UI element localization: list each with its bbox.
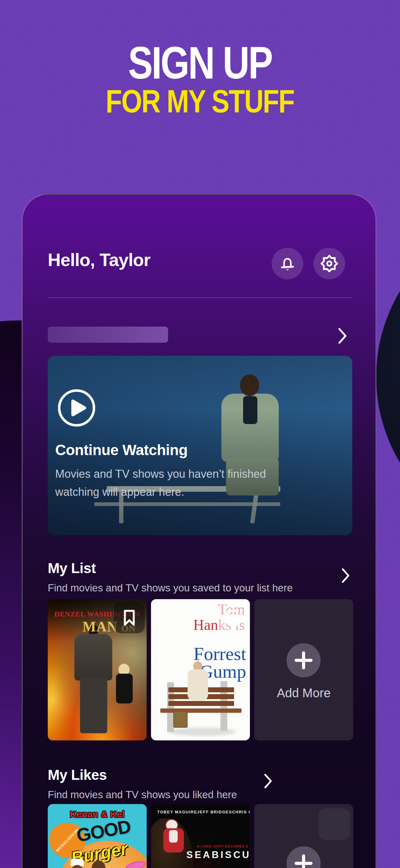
- play-icon: [57, 388, 96, 428]
- poster-title-main: MAN: [82, 619, 118, 634]
- loading-row-chevron-button[interactable]: [336, 326, 349, 345]
- bookmark-icon: [225, 608, 240, 627]
- chevron-right-icon: [342, 568, 350, 583]
- add-more-button[interactable]: [287, 846, 321, 868]
- continue-watching-card[interactable]: Continue Watching Movies and TV shows yo…: [48, 356, 352, 535]
- poster-art: [169, 830, 178, 842]
- phone-mockup: Hello, Taylor: [22, 194, 376, 868]
- poster-tile-forrest-gump[interactable]: Tom Hanks is Forrest Gump: [151, 599, 250, 740]
- bell-icon: [279, 254, 296, 273]
- poster-title-line1: Forrest: [194, 645, 246, 663]
- bookmark-badge[interactable]: [114, 602, 145, 633]
- hero-title-line2: FOR MY STUFF: [106, 86, 294, 117]
- actor-name: TOBEY MAGUIRE: [157, 810, 197, 814]
- gear-icon: [321, 255, 338, 272]
- poster-tile-good-burger[interactable]: Kenan & Kel NICKELODEON presents GOOD Bu…: [48, 804, 147, 868]
- add-more-label: Add More: [254, 686, 353, 700]
- bookmark-badge[interactable]: [217, 602, 248, 633]
- notifications-button[interactable]: [272, 248, 303, 279]
- bench-art: [160, 708, 241, 713]
- screenshot-root: SIGN UP FOR MY STUFF Hello, Taylor: [0, 0, 400, 868]
- my-list-chevron-button[interactable]: [339, 566, 352, 585]
- my-likes-subtitle: Find movies and TV shows you liked here: [48, 789, 237, 801]
- bookmark-badge-placeholder: [319, 808, 350, 840]
- divider: [48, 298, 352, 298]
- my-likes-chevron-button[interactable]: [262, 771, 274, 791]
- my-list-title: My List: [48, 560, 96, 577]
- continue-watching-title: Continue Watching: [55, 441, 188, 459]
- poster-actors-row: TOBEY MAGUIRE JEFF BRIDGES CHRIS COOPER: [151, 810, 250, 814]
- continue-watching-description: Movies and TV shows you haven’t finished…: [55, 465, 297, 501]
- bookmark-icon: [122, 608, 137, 627]
- poster-tagline: A LONG SHOT BECOMES A LEGEND.: [197, 844, 250, 848]
- play-button[interactable]: [57, 388, 96, 428]
- bench-art: [168, 701, 234, 706]
- settings-button[interactable]: [313, 248, 345, 279]
- greeting-text: Hello, Taylor: [48, 249, 151, 270]
- actor-name: CHRIS COOPER: [232, 810, 250, 814]
- chevron-right-icon: [264, 774, 272, 788]
- plus-icon: [295, 651, 312, 669]
- poster-art: [116, 674, 133, 704]
- add-more-tile[interactable]: Add More: [254, 599, 353, 740]
- poster-art: [173, 711, 188, 728]
- poster-art: [80, 677, 107, 733]
- actor-name: JEFF BRIDGES: [197, 810, 232, 814]
- loading-placeholder-bar: [48, 327, 168, 343]
- poster-tile-seabiscuit[interactable]: TOBEY MAGUIRE JEFF BRIDGES CHRIS COOPER …: [151, 804, 250, 868]
- hero-headline: SIGN UP FOR MY STUFF: [0, 40, 400, 117]
- poster-title-text: SEABISCUIT: [186, 849, 250, 861]
- my-likes-title: My Likes: [48, 767, 107, 783]
- poster-art: [74, 634, 112, 681]
- poster-tile-man-on-fire[interactable]: DENZEL WASHINGTON MAN ON: [48, 599, 147, 740]
- poster-header-text: Kenan & Kel: [48, 809, 147, 819]
- poster-art: [188, 669, 208, 700]
- add-more-tile[interactable]: [254, 804, 353, 868]
- my-list-subtitle: Find movies and TV shows you saved to yo…: [48, 582, 293, 594]
- plus-icon: [295, 854, 312, 868]
- add-more-button[interactable]: [287, 643, 321, 677]
- hero-title-line1: SIGN UP: [128, 40, 272, 86]
- chevron-right-icon: [338, 328, 347, 344]
